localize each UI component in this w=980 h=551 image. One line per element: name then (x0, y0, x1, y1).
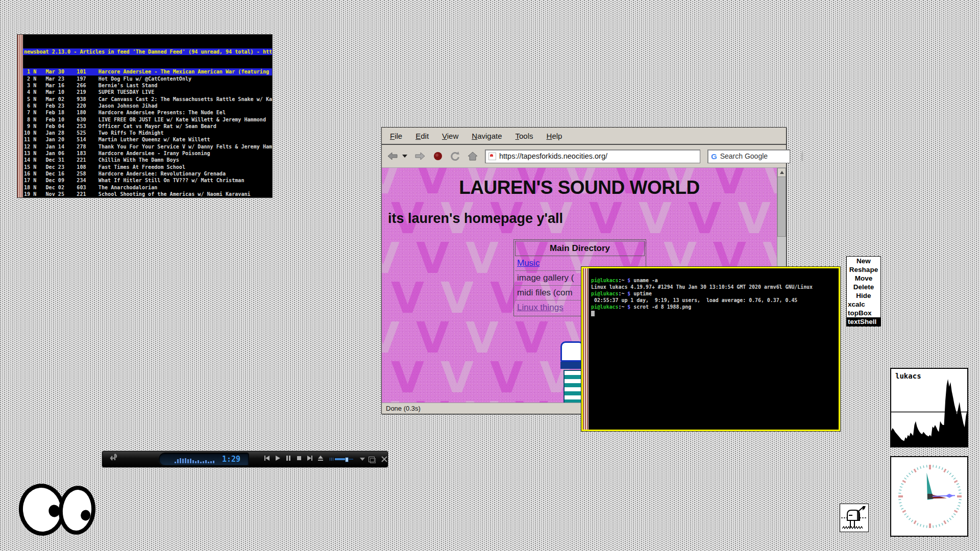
terminal-window[interactable]: pi@lukacs:~ $ uname -aLinux lukacs 4.19.… (581, 267, 840, 431)
feed-item-row[interactable]: 5 N Mar 02 938 Car Canvass Cast 2: The M… (23, 96, 272, 103)
stop-button[interactable] (296, 455, 303, 464)
feed-item-row[interactable]: 11 N Jan 20 514 Martin Luther Queenz w/ … (23, 136, 272, 143)
xbiff-window[interactable] (840, 504, 869, 532)
url-bar[interactable]: https://tapesforkids.neocities.org/ (485, 149, 700, 163)
pause-button[interactable] (285, 455, 292, 464)
back-button[interactable] (387, 152, 398, 161)
wallpaper-v-shape: V (490, 353, 523, 403)
wallpaper-v-shape: V (688, 193, 721, 243)
feed-item-row[interactable]: 17 N Dec 09 234 What If Hitler Still On … (23, 177, 272, 184)
feed-item-row[interactable]: 13 N Jan 06 183 Hardcore AndersLee - Ira… (23, 150, 272, 157)
wallpaper-v-shape: V (440, 353, 474, 403)
window-frame-stripe[interactable] (583, 268, 589, 430)
player-close-button[interactable] (381, 456, 387, 462)
wm-menu-item-textshell[interactable]: textShell (847, 317, 880, 326)
player-menu-arrow[interactable] (360, 458, 365, 461)
window-frame-stripe[interactable] (17, 35, 23, 197)
feed-item-row[interactable]: 2 N Mar 23 197 Hot Dog Flu w/ @CatConten… (23, 76, 272, 82)
forward-button[interactable] (414, 152, 426, 161)
directory-link[interactable]: Linux things (517, 303, 564, 312)
wallpaper-v-shape: V (416, 392, 449, 403)
audio-player[interactable]: 1:29 (102, 451, 388, 467)
page-pixel-art (558, 341, 584, 403)
feed-item-row[interactable]: 14 N Dec 31 221 Chillin With The Damn Bo… (23, 157, 272, 163)
search-placeholder: Search Google (720, 152, 768, 160)
feed-item-row[interactable]: 19 N Nov 25 221 School Shooting of the A… (23, 191, 272, 197)
player-window-toggle[interactable] (369, 457, 375, 462)
feed-item-row[interactable]: 10 N Jan 28 525 Two Riffs To Midnight (23, 130, 272, 136)
feed-item-row[interactable]: 15 N Dec 23 108 Fast Times At Freedom Sc… (23, 164, 272, 170)
menu-view[interactable]: View (442, 132, 458, 140)
site-favicon (488, 153, 496, 160)
volume-knob[interactable] (345, 457, 349, 462)
directory-header: Main Directory (515, 241, 645, 256)
spectrum-bar (192, 460, 194, 463)
wm-menu-item-topbox[interactable]: topBox (847, 309, 880, 317)
wallpaper-v-shape: V (382, 392, 400, 403)
reload-button[interactable] (450, 151, 460, 161)
feed-item-row[interactable]: 7 N Feb 18 180 Hardcore AndersLee Presen… (23, 109, 272, 116)
scrollbar-thumb[interactable] (777, 177, 786, 237)
terminal-command-line: pi@lukacs:~ $ uname -a (591, 277, 836, 284)
directory-link[interactable]: image gallery ( (517, 273, 574, 283)
previous-button[interactable] (263, 455, 271, 464)
menu-navigate[interactable]: Navigate (472, 132, 502, 140)
wm-menu-item-delete[interactable]: Delete (847, 283, 880, 291)
feed-item-row[interactable]: 3 N Mar 16 266 Bernie's Last Stand (23, 82, 272, 89)
wm-menu-item-hide[interactable]: Hide (847, 291, 880, 300)
eject-button[interactable] (317, 455, 324, 464)
wm-menu-item-move[interactable]: Move (847, 274, 880, 283)
wm-menu-item-reshape[interactable]: Reshape (847, 265, 880, 274)
search-input[interactable]: G Search Google (707, 149, 790, 163)
stop-button[interactable] (433, 151, 443, 161)
play-button[interactable] (274, 455, 281, 464)
feed-item-row[interactable]: 1 N Mar 30 101 Harcore AndersLee - The M… (23, 68, 272, 75)
page-subtitle: its lauren's homepage y'all (388, 211, 563, 227)
home-button[interactable] (468, 152, 478, 161)
pixel-art-column (564, 370, 582, 403)
wallpaper-v-shape: V (515, 392, 548, 403)
terminal-output-line: 02:55:37 up 1 day, 9:19, 13 users, load … (591, 297, 836, 304)
feed-item-row[interactable]: 6 N Feb 23 220 Jason Johnson Jihad (23, 103, 272, 109)
spectrum-bar (190, 459, 191, 463)
volume-slider[interactable] (330, 456, 354, 462)
next-button[interactable] (306, 455, 313, 464)
directory-link[interactable]: midi files (com (517, 288, 573, 297)
menu-edit[interactable]: Edit (415, 132, 429, 140)
volume-tick (331, 458, 332, 461)
terminal-command-line: pi@lukacs:~ $ scrot -d 8 1988.png (591, 304, 836, 310)
spectrum-bar (195, 461, 197, 463)
spectrum-bar (180, 458, 181, 463)
playback-time: 1:29 (222, 455, 240, 464)
feed-item-row[interactable]: 4 N Mar 10 219 SUPER TUESDAY LIVE (23, 89, 272, 95)
xeyes-right-eye (57, 484, 97, 536)
back-history-dropdown[interactable] (402, 155, 407, 158)
menu-file[interactable]: File (390, 132, 402, 140)
newsboat-window[interactable]: newsboat 2.13.0 - Articles in feed 'The … (17, 34, 273, 198)
wallpaper-v-shape: V (515, 313, 548, 363)
pixel-art-band (560, 362, 583, 369)
terminal-command-line: pi@lukacs:~ $ uptime (591, 290, 836, 297)
wm-menu-item-xcalc[interactable]: xcalc (847, 300, 880, 309)
terminal-text-area[interactable]: pi@lukacs:~ $ uname -aLinux lukacs 4.19.… (589, 268, 839, 430)
directory-link[interactable]: Music (517, 258, 540, 268)
spectrum-bar (203, 461, 204, 463)
menu-help[interactable]: Help (547, 132, 562, 140)
wm-root-menu: NewReshapeMoveDeleteHidexcalctopBoxtextS… (846, 256, 881, 327)
wallpaper-v-shape: V (382, 233, 400, 283)
feed-item-row[interactable]: 12 N Jan 14 278 Thank You For Your Servi… (23, 143, 272, 150)
page-title: LAUREN'S SOUND WORLD (382, 177, 777, 198)
xload-window: lukacs (890, 368, 968, 447)
wallpaper-v-shape: V (738, 193, 771, 243)
scroll-up-arrow[interactable] (777, 168, 786, 177)
spectrum-bar (175, 462, 176, 463)
feed-item-row[interactable]: 18 N Dec 02 603 The Anarchodalorian (23, 184, 272, 191)
feed-item-row[interactable]: 9 N Feb 04 253 Officer Cat vs Mayor Rat … (23, 123, 272, 130)
terminal-output-line: Linux lukacs 4.19.97+ #1294 Thu Jan 30 1… (591, 284, 836, 290)
feed-item-row[interactable]: 16 N Dec 16 258 Hardcore AndersLee: Revo… (23, 170, 272, 177)
wm-menu-item-new[interactable]: New (847, 257, 880, 265)
feed-item-row[interactable]: 8 N Feb 10 630 LIVE FREE OR JUST LIE w/ … (23, 116, 272, 123)
wallpaper-v-shape: V (465, 233, 499, 283)
menu-tools[interactable]: Tools (516, 132, 533, 140)
wallpaper-v-shape: V (391, 273, 424, 323)
